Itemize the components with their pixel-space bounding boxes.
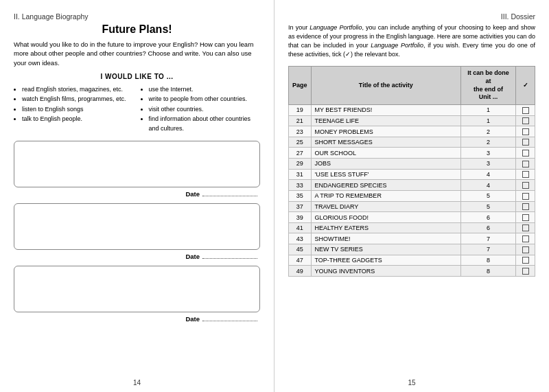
checkbox[interactable] xyxy=(522,117,529,124)
table-cell-title: YOUNG INVENTORS xyxy=(311,266,460,277)
bullet-item: listen to English songs xyxy=(22,104,134,114)
checkbox[interactable] xyxy=(522,193,529,200)
table-cell-title: SHORT MESSAGES xyxy=(311,137,460,148)
checkbox[interactable] xyxy=(522,257,529,264)
table-cell-check[interactable] xyxy=(516,159,535,170)
left-page-title: Future Plans! xyxy=(14,23,260,36)
right-intro: In your Language Portfolio, you can incl… xyxy=(288,23,535,59)
table-cell-page: 39 xyxy=(289,212,312,223)
table-cell-check[interactable] xyxy=(516,148,535,159)
table-cell-unit: 4 xyxy=(461,180,516,191)
table-cell-unit: 4 xyxy=(461,169,516,180)
table-cell-page: 27 xyxy=(289,148,312,159)
table-row: 43SHOWTIME!7 xyxy=(289,233,535,244)
table-row: 39GLORIOUS FOOD!6 xyxy=(289,212,535,223)
table-cell-check[interactable] xyxy=(516,126,535,137)
table-cell-check[interactable] xyxy=(516,244,535,255)
left-page-number: 14 xyxy=(133,379,141,387)
table-cell-check[interactable] xyxy=(516,212,535,223)
date-label-2: Date xyxy=(185,253,200,260)
table-cell-title: MONEY PROBLEMS xyxy=(311,126,460,137)
table-cell-title: OUR SCHOOL xyxy=(311,148,460,159)
th-page: Page xyxy=(289,67,312,105)
table-cell-check[interactable] xyxy=(516,190,535,201)
table-row: 31'USE LESS STUFF'4 xyxy=(289,169,535,180)
table-cell-page: 41 xyxy=(289,222,312,233)
table-cell-check[interactable] xyxy=(516,137,535,148)
table-cell-check[interactable] xyxy=(516,266,535,277)
left-intro-text: What would you like to do in the future … xyxy=(14,40,260,67)
checkbox[interactable] xyxy=(522,182,529,189)
table-row: 41HEALTHY EATERS6 xyxy=(289,222,535,233)
checkbox[interactable] xyxy=(522,139,529,146)
table-cell-title: TOP-THREE GADGETS xyxy=(311,255,460,266)
table-cell-check[interactable] xyxy=(516,255,535,266)
table-cell-page: 47 xyxy=(289,255,312,266)
checkbox[interactable] xyxy=(522,203,529,210)
table-cell-title: NEW TV SERIES xyxy=(311,244,460,255)
bullet-item: write to people from other countries. xyxy=(149,94,261,104)
table-cell-unit: 1 xyxy=(461,104,516,115)
checkbox[interactable] xyxy=(522,171,529,178)
th-check: ✓ xyxy=(516,67,535,105)
table-cell-check[interactable] xyxy=(516,233,535,244)
date-label-3: Date xyxy=(185,315,200,323)
table-cell-unit: 7 xyxy=(461,233,516,244)
bullet-col-2: use the Internet.write to people from ot… xyxy=(141,84,261,134)
checkbox[interactable] xyxy=(522,224,529,231)
table-cell-page: 19 xyxy=(289,104,312,115)
would-like-heading: I WOULD LIKE TO ... xyxy=(14,73,260,80)
table-cell-check[interactable] xyxy=(516,169,535,180)
bullet-col-1: read English stories, magazines, etc.wat… xyxy=(14,84,134,134)
table-row: 27OUR SCHOOL3 xyxy=(289,148,535,159)
writing-box-1[interactable] xyxy=(14,141,260,187)
checkbox[interactable] xyxy=(522,161,529,168)
table-row: 37TRAVEL DIARY5 xyxy=(289,201,535,212)
writing-box-2[interactable] xyxy=(14,203,260,250)
table-cell-unit: 7 xyxy=(461,244,516,255)
table-cell-check[interactable] xyxy=(516,115,535,126)
intro-italic-1: Language Portfolio xyxy=(309,24,362,31)
checkbox[interactable] xyxy=(522,235,529,242)
checkbox[interactable] xyxy=(522,246,529,253)
table-cell-title: TRAVEL DIARY xyxy=(311,201,460,212)
date-line-3: Date xyxy=(14,315,260,323)
checkbox[interactable] xyxy=(522,150,529,157)
table-cell-title: A TRIP TO REMEMBER xyxy=(311,190,460,201)
table-row: 25SHORT MESSAGES2 xyxy=(289,137,535,148)
bullet-item: visit other countries. xyxy=(149,104,261,114)
table-cell-page: 23 xyxy=(289,126,312,137)
checkbox[interactable] xyxy=(522,107,529,114)
table-cell-page: 31 xyxy=(289,169,312,180)
table-cell-title: HEALTHY EATERS xyxy=(311,222,460,233)
checkbox[interactable] xyxy=(522,268,529,275)
table-row: 29JOBS3 xyxy=(289,159,535,170)
activity-table: Page Title of the activity It can be don… xyxy=(288,66,535,277)
date-dots-2 xyxy=(202,253,257,259)
table-cell-unit: 3 xyxy=(461,159,516,170)
table-cell-check[interactable] xyxy=(516,222,535,233)
table-header-row: Page Title of the activity It can be don… xyxy=(289,67,535,105)
intro-italic-2: Language Portfolio xyxy=(371,42,423,49)
table-row: 49YOUNG INVENTORS8 xyxy=(289,266,535,277)
bullet-item: use the Internet. xyxy=(149,84,261,94)
bullet-item: talk to English people. xyxy=(22,114,134,124)
table-cell-unit: 8 xyxy=(461,266,516,277)
left-page: II. Language Biography Future Plans! Wha… xyxy=(0,0,274,392)
table-cell-page: 43 xyxy=(289,233,312,244)
table-cell-check[interactable] xyxy=(516,104,535,115)
bullet-item: find information about other countries a… xyxy=(149,114,261,134)
table-cell-unit: 2 xyxy=(461,126,516,137)
table-cell-page: 45 xyxy=(289,244,312,255)
checkbox[interactable] xyxy=(522,128,529,135)
table-cell-unit: 5 xyxy=(461,190,516,201)
writing-box-3[interactable] xyxy=(14,266,260,312)
intro-text-1: In your xyxy=(288,24,309,31)
th-unit: It can be done atthe end ofUnit ... xyxy=(461,67,516,105)
table-cell-unit: 8 xyxy=(461,255,516,266)
table-cell-check[interactable] xyxy=(516,201,535,212)
table-cell-check[interactable] xyxy=(516,180,535,191)
checkbox[interactable] xyxy=(522,214,529,221)
right-page-number: 15 xyxy=(408,379,415,387)
right-section-label: III. Dossier xyxy=(288,12,535,21)
